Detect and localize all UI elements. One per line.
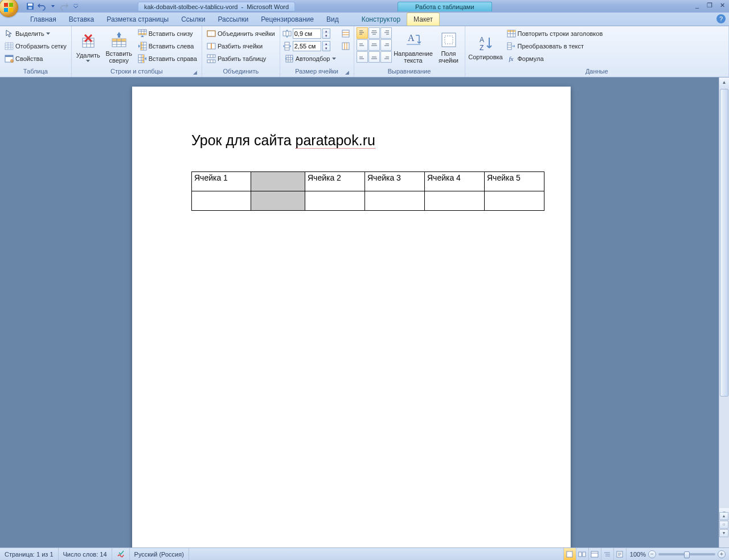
svg-rect-19: [142, 55, 144, 63]
dialog-launcher-icon[interactable]: ◢: [192, 70, 199, 76]
table-cell[interactable]: [425, 191, 485, 211]
scroll-thumb[interactable]: [720, 89, 728, 397]
qat-customize-icon[interactable]: [71, 1, 81, 11]
align-top-right[interactable]: [380, 27, 392, 39]
insert-right-button[interactable]: Вставить справа: [136, 52, 199, 64]
page[interactable]: Урок для сайта paratapok.ru Ячейка 1 Яче…: [132, 87, 571, 547]
status-page[interactable]: Страница: 1 из 1: [0, 548, 59, 560]
table-row: Ячейка 1 Ячейка 2 Ячейка 3 Ячейка 4 Ячей…: [192, 172, 544, 191]
align-mid-right[interactable]: [380, 39, 392, 51]
group-alignment: A Направление текста Поля ячейки Выравни…: [354, 26, 465, 77]
merge-cells-button[interactable]: Объединить ячейки: [204, 27, 277, 39]
group-label-cell-size: Размер ячейки◢: [282, 68, 351, 77]
vertical-scrollbar[interactable]: ▲ ▼ ▴ ○ ▾: [719, 77, 729, 547]
save-icon[interactable]: [25, 1, 35, 11]
align-top-center[interactable]: [368, 27, 380, 39]
ribbon: Выделить Отобразить сетку Свойства Табли…: [0, 26, 729, 77]
table-cell[interactable]: Ячейка 3: [365, 172, 425, 191]
align-top-left[interactable]: [357, 27, 368, 39]
prev-page-icon[interactable]: ▴: [719, 512, 728, 520]
group-table: Выделить Отобразить сетку Свойства Табли…: [0, 26, 72, 77]
autofit-button[interactable]: Автоподбор: [282, 52, 338, 64]
tab-home[interactable]: Главная: [24, 13, 63, 26]
row-height-spinner[interactable]: ▲▼: [322, 28, 330, 39]
maximize-button[interactable]: ❐: [705, 1, 714, 9]
status-language[interactable]: Русский (Россия): [130, 548, 189, 560]
tab-view[interactable]: Вид: [320, 13, 345, 26]
zoom-in-button[interactable]: +: [718, 550, 726, 558]
svg-rect-17: [141, 42, 142, 50]
minimize-button[interactable]: _: [693, 1, 702, 9]
zoom-out-button[interactable]: −: [648, 550, 656, 558]
table-cell[interactable]: Ячейка 2: [305, 172, 365, 191]
align-bot-center[interactable]: [368, 51, 380, 63]
align-mid-center[interactable]: [368, 39, 380, 51]
distribute-rows-button[interactable]: [340, 27, 351, 39]
svg-rect-6: [28, 7, 32, 9]
formula-button[interactable]: fxФормула: [505, 52, 605, 64]
page-heading[interactable]: Урок для сайта paratapok.ru: [191, 132, 511, 149]
tab-insert[interactable]: Вставка: [63, 13, 101, 26]
split-table-button[interactable]: Разбить таблицу: [204, 52, 277, 64]
insert-below-button[interactable]: Вставить снизу: [136, 27, 199, 39]
tab-layout-table[interactable]: Макет: [407, 13, 440, 26]
align-mid-left[interactable]: [357, 39, 368, 51]
document-table[interactable]: Ячейка 1 Ячейка 2 Ячейка 3 Ячейка 4 Ячей…: [191, 171, 544, 211]
status-proofing[interactable]: [112, 548, 130, 560]
sort-button[interactable]: AZ Сортировка: [468, 27, 504, 67]
table-cell[interactable]: [192, 191, 251, 211]
svg-rect-29: [342, 43, 349, 50]
show-gridlines-button[interactable]: Отобразить сетку: [2, 40, 69, 52]
split-cells-button[interactable]: Разбить ячейки: [204, 40, 277, 52]
table-cell[interactable]: Ячейка 5: [485, 172, 544, 191]
redo-icon[interactable]: [59, 1, 69, 11]
table-cell-selected[interactable]: [251, 191, 305, 211]
dialog-launcher-icon[interactable]: ◢: [344, 70, 351, 76]
tab-review[interactable]: Рецензирование: [255, 13, 320, 26]
close-button[interactable]: ✕: [718, 1, 727, 9]
select-button[interactable]: Выделить: [2, 27, 69, 39]
ribbon-tabs: Главная Вставка Разметка страницы Ссылки…: [0, 13, 729, 26]
col-width-spinner[interactable]: ▲▼: [322, 41, 330, 51]
svg-rect-15: [138, 33, 146, 35]
row-height-input[interactable]: [293, 28, 321, 39]
convert-to-text-button[interactable]: Преобразовать в текст: [505, 40, 605, 52]
next-page-icon[interactable]: ▾: [719, 529, 728, 537]
undo-more-icon[interactable]: [48, 1, 58, 11]
col-width-input[interactable]: [293, 41, 321, 51]
distribute-cols-button[interactable]: [340, 40, 351, 52]
zoom-level[interactable]: 100%: [630, 551, 646, 558]
svg-text:A: A: [480, 36, 484, 44]
table-cell[interactable]: [485, 191, 544, 211]
undo-icon[interactable]: [36, 1, 47, 11]
table-cell[interactable]: [305, 191, 365, 211]
scroll-up-icon[interactable]: ▲: [719, 77, 729, 87]
group-label-alignment: Выравнивание: [357, 68, 462, 77]
zoom-slider[interactable]: [658, 553, 715, 555]
tab-mailings[interactable]: Рассылки: [211, 13, 255, 26]
text-direction-button[interactable]: A Направление текста: [392, 27, 435, 67]
delete-button[interactable]: Удалить: [74, 27, 103, 67]
fullscreen-reading-view-icon[interactable]: [576, 548, 588, 560]
web-layout-view-icon[interactable]: [588, 548, 601, 560]
help-icon[interactable]: ?: [716, 14, 726, 23]
print-layout-view-icon[interactable]: [563, 548, 576, 560]
align-bot-right[interactable]: [380, 51, 392, 63]
table-cell[interactable]: Ячейка 1: [192, 172, 251, 191]
outline-view-icon[interactable]: [601, 548, 613, 560]
cell-margins-button[interactable]: Поля ячейки: [435, 27, 462, 67]
insert-left-button[interactable]: Вставить слева: [136, 40, 199, 52]
table-cell[interactable]: [365, 191, 425, 211]
tab-design[interactable]: Конструктор: [355, 13, 407, 26]
align-bot-left[interactable]: [357, 51, 368, 63]
tab-page-layout[interactable]: Разметка страницы: [100, 13, 175, 26]
tab-references[interactable]: Ссылки: [175, 13, 211, 26]
status-words[interactable]: Число слов: 14: [59, 548, 112, 560]
table-cell-selected[interactable]: [251, 172, 305, 191]
draft-view-icon[interactable]: [613, 548, 626, 560]
table-cell[interactable]: Ячейка 4: [425, 172, 485, 191]
properties-button[interactable]: Свойства: [2, 52, 69, 64]
repeat-header-button[interactable]: Повторить строки заголовков: [505, 27, 605, 39]
insert-above-button[interactable]: Вставить сверху: [103, 27, 135, 67]
select-browse-object-icon[interactable]: ○: [719, 521, 728, 529]
